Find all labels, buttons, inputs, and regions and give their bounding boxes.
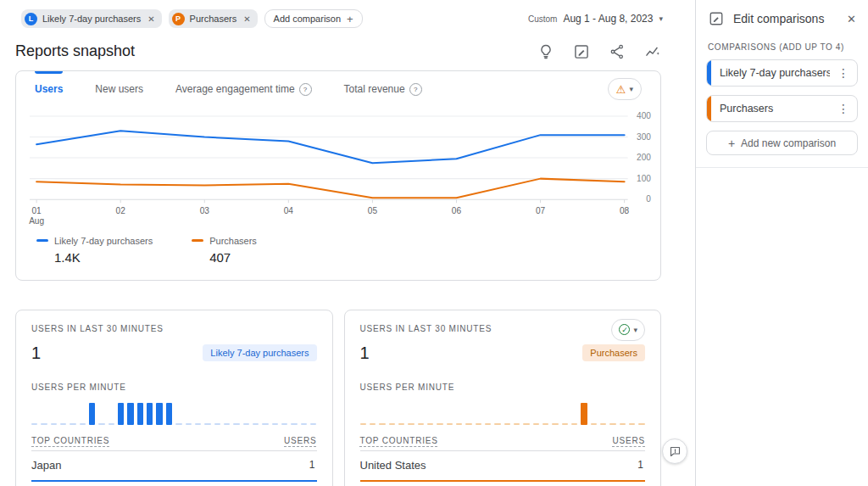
add-comparison-button[interactable]: Add comparison +	[264, 9, 363, 28]
tab-label: Total revenue	[344, 83, 405, 95]
minute-bar-empty	[465, 423, 471, 425]
panel-title: Edit comparisons	[733, 12, 838, 25]
minute-bar-empty	[233, 423, 239, 425]
minute-bar-empty	[291, 423, 297, 425]
insights-sparkline-icon[interactable]	[644, 43, 661, 60]
svg-text:08: 08	[620, 206, 630, 215]
minute-bar-empty	[98, 423, 104, 425]
check-circle-icon: ✓	[619, 324, 630, 335]
users-overview-card: Users New users Average engagement time …	[15, 70, 661, 281]
minute-bar-empty	[243, 423, 249, 425]
comparison-toolbar: L Likely 7-day purchasers ✕ P Purchasers…	[0, 0, 695, 36]
data-quality-ok-dropdown[interactable]: ✓ ▾	[611, 319, 645, 341]
data-quality-warning-dropdown[interactable]: ⚠ ▾	[608, 78, 642, 100]
svg-text:04: 04	[284, 206, 294, 215]
tab-users[interactable]: Users	[35, 71, 63, 107]
date-range-value: Aug 1 - Aug 8, 2023	[563, 13, 653, 25]
users-per-minute-label: USERS PER MINUTE	[360, 383, 455, 392]
minute-bar-empty	[31, 423, 37, 425]
legend-total: 407	[209, 250, 257, 265]
comparison-item-likely-7-day[interactable]: Likely 7-day purchasers ⋮	[706, 59, 858, 87]
minute-bar-empty	[262, 423, 268, 425]
comparison-item-label: Likely 7-day purchasers	[711, 67, 830, 79]
legend-item-likely-7-day: Likely 7-day purchasers 1.4K	[36, 236, 153, 265]
minute-bar-empty	[485, 423, 491, 425]
tab-average-engagement-time[interactable]: Average engagement time ?	[175, 71, 312, 107]
minute-bar-empty	[456, 423, 462, 425]
country-users: 1	[637, 459, 643, 471]
minute-bar-empty	[571, 423, 577, 425]
legend-total: 1.4K	[54, 250, 153, 265]
kebab-menu-icon[interactable]: ⋮	[830, 102, 857, 115]
svg-text:07: 07	[536, 206, 546, 215]
close-icon[interactable]: ✕	[847, 13, 856, 25]
minute-bar-empty	[629, 423, 635, 425]
comparison-tag: Likely 7-day purchasers	[203, 344, 316, 361]
minute-bar-empty	[204, 423, 210, 425]
minute-bar-empty	[600, 423, 606, 425]
users-per-minute-label: USERS PER MINUTE	[31, 383, 126, 392]
minute-bar-empty	[542, 423, 548, 425]
add-new-comparison-button[interactable]: + Add new comparison	[706, 131, 858, 155]
comparison-initial-badge: P	[172, 13, 185, 25]
customize-report-icon[interactable]	[573, 43, 590, 60]
kebab-menu-icon[interactable]: ⋮	[830, 66, 857, 80]
minute-bar-empty	[108, 423, 114, 425]
tab-label: New users	[95, 83, 143, 95]
comparison-item-purchasers[interactable]: Purchasers ⋮	[706, 95, 858, 122]
date-range-selector[interactable]: Custom Aug 1 - Aug 8, 2023 ▾	[528, 13, 663, 25]
insights-lightbulb-icon[interactable]	[537, 43, 554, 60]
table-row: United States 1	[360, 451, 646, 482]
report-content: Users New users Average engagement time …	[0, 69, 695, 486]
minute-bar-active	[147, 403, 153, 425]
minute-bar-active	[127, 403, 133, 425]
add-new-comparison-label: Add new comparison	[741, 137, 836, 149]
minute-bar-empty	[370, 423, 376, 425]
comparison-tag: Purchasers	[582, 344, 645, 361]
plus-icon: +	[728, 137, 735, 150]
minute-bar-empty	[389, 423, 395, 425]
comparison-chip-purchasers[interactable]: P Purchasers ✕	[169, 9, 258, 28]
top-countries-header: TOP COUNTRIES	[31, 436, 109, 445]
minute-bar-empty	[408, 423, 414, 425]
users-chart-area: 010020030040001Aug02030405060708	[16, 107, 660, 231]
minute-bar-active	[156, 403, 162, 425]
edit-comparisons-panel: Edit comparisons ✕ COMPARISONS (ADD UP T…	[695, 0, 868, 486]
tab-new-users[interactable]: New users	[95, 71, 143, 107]
svg-text:100: 100	[637, 174, 651, 183]
feedback-button[interactable]	[662, 439, 687, 464]
minute-bar-empty	[51, 423, 57, 425]
svg-text:03: 03	[200, 206, 210, 215]
minute-bar-empty	[195, 423, 201, 425]
help-icon[interactable]: ?	[409, 83, 422, 96]
svg-text:05: 05	[368, 206, 378, 215]
minute-bar-empty	[476, 423, 481, 425]
chart-legend: Likely 7-day purchasers 1.4K Purchasers …	[16, 231, 660, 280]
remove-comparison-icon[interactable]: ✕	[243, 14, 250, 24]
minute-bar-empty	[253, 423, 259, 425]
minute-bar-active	[118, 403, 124, 425]
minute-bar-empty	[281, 423, 287, 425]
svg-text:400: 400	[637, 111, 651, 120]
comparison-chip-label: Likely 7-day purchasers	[42, 14, 141, 24]
minute-bar-empty	[523, 423, 529, 425]
svg-text:0: 0	[646, 194, 651, 204]
minute-bar-empty	[41, 423, 47, 425]
svg-text:Aug: Aug	[29, 216, 44, 226]
minute-bar-empty	[533, 423, 539, 425]
minute-bar-active	[581, 403, 587, 425]
share-icon[interactable]	[609, 43, 626, 60]
comparison-initial-badge: L	[25, 13, 37, 25]
minute-bar-empty	[552, 423, 558, 425]
minute-bar-empty	[591, 423, 597, 425]
page-header: Reports snapshot	[0, 36, 695, 69]
help-icon[interactable]: ?	[299, 83, 312, 96]
realtime-metric-label: USERS IN LAST 30 MINUTES	[31, 324, 164, 333]
minute-bar-empty	[447, 423, 453, 425]
comparison-chip-likely-7-day[interactable]: L Likely 7-day purchasers ✕	[21, 9, 162, 28]
realtime-metric-value: 1	[31, 344, 41, 363]
tab-total-revenue[interactable]: Total revenue ?	[344, 71, 422, 107]
remove-comparison-icon[interactable]: ✕	[147, 14, 154, 24]
legend-label: Likely 7-day purchasers	[54, 236, 153, 246]
minute-bar-empty	[360, 423, 366, 425]
